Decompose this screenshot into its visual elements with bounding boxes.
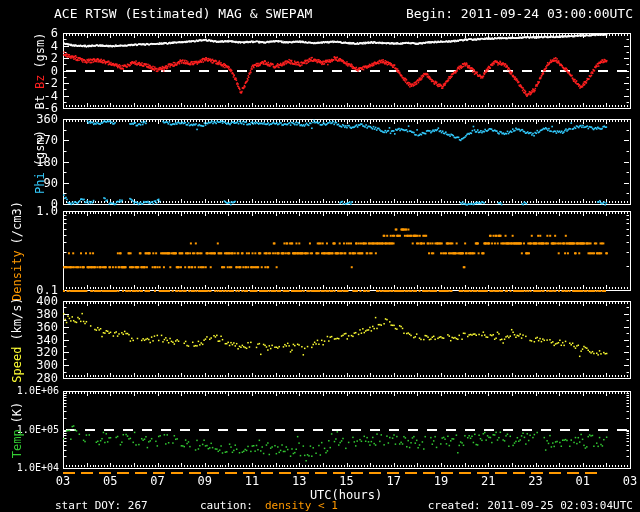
x-tick-label: 15 (339, 475, 353, 487)
x-tick-label: 05 (103, 475, 117, 487)
y-tick-label: 320 (0, 346, 58, 358)
x-tick-label: 21 (481, 475, 495, 487)
panel-y-axis-label-speed: Speed(km/s) (11, 294, 23, 385)
x-tick-label: 19 (434, 475, 448, 487)
panel-y-axis-label-bt_bz: BtBz(gsm) (34, 29, 46, 112)
y-tick-label: 280 (0, 372, 58, 384)
x-tick-label: 03 (56, 475, 70, 487)
y-tick-label: 360 (0, 113, 58, 125)
y-tick-label: 1.0E+05 (0, 424, 59, 436)
panel-y-axis-label-part: Temp (10, 429, 24, 458)
footer-caution-value: density < 1 (265, 500, 338, 512)
y-tick-label: 0 (0, 65, 58, 77)
panel-y-axis-label-temp: Temp(K) (11, 398, 23, 461)
begin-timestamp: Begin: 2011-09-24 03:00:00UTC (406, 8, 633, 20)
panel-y-axis-label-part: (K) (10, 401, 24, 423)
y-tick-label: 380 (0, 308, 58, 320)
panel-y-axis-label-part: Speed (10, 346, 24, 382)
panel-y-axis-label-part: Bt (33, 95, 47, 109)
footer-start-doy: start DOY: 267 (55, 500, 148, 512)
panel-y-axis-label-part: Phi (33, 172, 47, 194)
y-tick-label: 1.0E+06 (0, 385, 59, 397)
x-tick-label: 13 (292, 475, 306, 487)
x-tick-label: 09 (198, 475, 212, 487)
panel-y-axis-label-part: (/cm3) (10, 201, 24, 244)
panel-y-axis-label-part: Density (10, 250, 24, 301)
footer-caution-label: caution: (200, 500, 253, 512)
y-tick-label: 1.0 (0, 205, 58, 217)
y-tick-label: 300 (0, 359, 58, 371)
x-tick-label: 03 (623, 475, 637, 487)
panel-y-axis-label-phi: Phi(gsm) (34, 127, 46, 197)
y-tick-label: 360 (0, 321, 58, 333)
x-tick-label: 11 (245, 475, 259, 487)
panel-y-axis-label-part: (gsm) (33, 32, 47, 68)
footer-created-timestamp: created: 2011-09-25 02:03:04UTC (428, 500, 633, 512)
x-tick-label: 17 (387, 475, 401, 487)
y-tick-label: 340 (0, 334, 58, 346)
ace-rtsw-plot: ACE RTSW (Estimated) MAG & SWEPAM Begin:… (0, 0, 640, 512)
y-tick-label: 90 (0, 177, 58, 189)
panel-y-axis-label-part: (km/s) (10, 297, 24, 340)
y-tick-label: 1.0E+04 (0, 462, 59, 474)
y-tick-label: -4 (0, 90, 58, 102)
y-tick-label: -2 (0, 77, 58, 89)
y-tick-label: 6 (0, 27, 58, 39)
y-tick-label: 400 (0, 295, 58, 307)
y-tick-label: 180 (0, 156, 58, 168)
x-tick-label: 07 (150, 475, 164, 487)
panel-y-axis-label-part: (gsm) (33, 130, 47, 166)
plot-canvas (0, 0, 640, 512)
panel-y-axis-label-part: Bz (33, 74, 47, 88)
panel-y-axis-label-density: Density(/cm3) (11, 198, 23, 304)
y-tick-label: 270 (0, 134, 58, 146)
y-tick-label: 2 (0, 52, 58, 64)
x-tick-label: 01 (576, 475, 590, 487)
page-title: ACE RTSW (Estimated) MAG & SWEPAM (54, 8, 312, 20)
y-tick-label: 4 (0, 40, 58, 52)
x-tick-label: 23 (528, 475, 542, 487)
